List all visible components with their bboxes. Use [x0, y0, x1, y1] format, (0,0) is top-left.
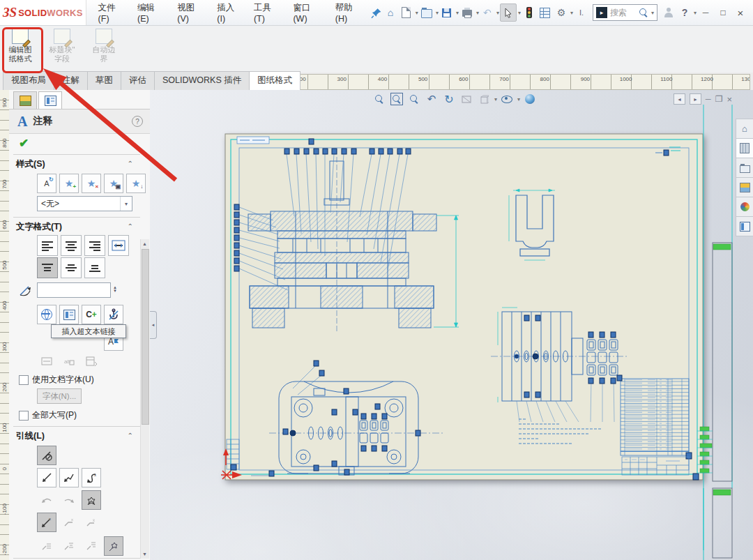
home-icon[interactable]: ⌂: [383, 4, 398, 21]
open-folder-icon[interactable]: [419, 4, 434, 21]
open-dropdown-icon[interactable]: ▾: [436, 10, 439, 16]
command-tab[interactable]: 视图布局: [3, 71, 54, 90]
bom-table[interactable]: [617, 375, 692, 459]
ribbon-button[interactable]: 标题块" 字段: [43, 27, 81, 63]
new-dropdown-icon[interactable]: ▾: [416, 10, 418, 16]
close-button[interactable]: ×: [732, 7, 749, 19]
leader-star-icon[interactable]: [104, 536, 123, 556]
undo-dropdown-icon[interactable]: ▾: [496, 10, 499, 16]
magnifier-icon[interactable]: [639, 8, 648, 17]
multi-jog-leader-icon[interactable]: [82, 490, 101, 510]
leader-nearest-icon[interactable]: x̄: [82, 513, 101, 532]
rebuild-traffic-light-icon[interactable]: [522, 4, 537, 21]
border-format-icon[interactable]: [37, 352, 56, 370]
scroll-up-icon[interactable]: ▲: [141, 239, 149, 248]
style-dropdown[interactable]: <无> ▾: [37, 196, 132, 211]
all-caps-row[interactable]: 全部大写(P): [19, 409, 77, 421]
side-format-tables[interactable]: [697, 90, 736, 560]
straight-leader-icon[interactable]: [37, 468, 56, 487]
menu-item[interactable]: 帮助(H): [329, 0, 370, 27]
pin-menubar-icon[interactable]: [371, 6, 383, 19]
linked-note-highlights[interactable]: [700, 427, 712, 473]
panel-scrollbar[interactable]: ▲ ▼: [140, 239, 149, 559]
style-save-icon[interactable]: ★▣: [104, 174, 123, 193]
abc-format-icon[interactable]: ab: [59, 352, 79, 370]
sheet-corner-handle[interactable]: [231, 464, 236, 470]
save-dropdown-icon[interactable]: ▾: [456, 10, 459, 16]
panel-help-icon[interactable]: ?: [132, 116, 143, 127]
command-tab[interactable]: 评估: [121, 71, 155, 90]
menu-item[interactable]: 窗口(W): [287, 0, 328, 27]
table-format-icon[interactable]: [82, 352, 101, 370]
insert-hyperlink-icon[interactable]: [37, 305, 56, 324]
dimension-icon[interactable]: I.: [574, 4, 589, 21]
leader-text-left-icon[interactable]: [37, 536, 56, 556]
drawing-sheet[interactable]: [209, 129, 739, 486]
use-document-font-row[interactable]: 使用文档字体(U): [19, 374, 94, 386]
align-justify-icon[interactable]: [108, 235, 129, 256]
select-dropdown-icon[interactable]: ▾: [518, 10, 521, 16]
zoom-inout-icon[interactable]: [406, 92, 422, 106]
save-icon[interactable]: [439, 4, 455, 21]
bent-leader-icon[interactable]: [59, 468, 79, 487]
search-input[interactable]: 搜索: [610, 7, 637, 19]
valign-middle-icon[interactable]: [61, 257, 82, 278]
menu-item[interactable]: 编辑(E): [131, 0, 171, 27]
menu-item[interactable]: 文件(F): [92, 0, 131, 27]
undo-icon[interactable]: ↶: [480, 4, 495, 21]
search-dropdown-icon[interactable]: ▾: [651, 10, 654, 16]
spline-leader-icon[interactable]: x: [82, 468, 101, 487]
align-center-icon[interactable]: [61, 235, 82, 256]
leader-collapse-icon[interactable]: ⌃: [128, 432, 133, 439]
use-document-font-checkbox[interactable]: [19, 375, 29, 385]
angle-input[interactable]: [37, 282, 111, 298]
search-box[interactable]: ▸ 搜索 ▾: [593, 4, 657, 21]
scroll-down-icon[interactable]: ▼: [141, 550, 149, 559]
tab-feature-manager[interactable]: [13, 91, 37, 109]
appearance-sphere-icon[interactable]: [522, 92, 538, 106]
leader-left-icon[interactable]: x: [37, 513, 56, 532]
style-delete-icon[interactable]: ★×: [82, 174, 101, 193]
redraw-icon[interactable]: ↻: [441, 92, 457, 106]
lock-anchor-icon[interactable]: [104, 305, 123, 324]
command-tab[interactable]: 草图: [87, 71, 121, 90]
valign-bottom-icon[interactable]: [84, 257, 105, 278]
appearances-icon[interactable]: [736, 197, 753, 217]
confirm-check-button[interactable]: ✔: [19, 136, 29, 151]
file-explorer-icon[interactable]: [736, 158, 753, 178]
bom-grid-icon[interactable]: [538, 4, 553, 21]
graphics-area[interactable]: ◂ ↶ ↻ ▾ ▾ ◄ ► ─ ❐ ×: [150, 90, 753, 560]
panel-collapse-tab[interactable]: ◂: [150, 311, 157, 339]
prev-document-icon[interactable]: ◄: [674, 93, 685, 105]
ribbon-button[interactable]: 自动边 界: [85, 27, 123, 63]
display-style-dropdown-icon[interactable]: ▾: [494, 96, 497, 103]
section-view-icon[interactable]: [459, 92, 474, 106]
print-dropdown-icon[interactable]: ▾: [476, 10, 479, 16]
view-pal ette-icon[interactable]: [736, 177, 753, 197]
minimize-button[interactable]: ─: [697, 8, 714, 17]
zoom-area-icon[interactable]: [389, 92, 404, 106]
font-button[interactable]: 字体(N)...: [37, 388, 82, 404]
options-dropdown-icon[interactable]: ▾: [570, 10, 573, 16]
zoom-fit-icon[interactable]: [372, 92, 387, 106]
maximize-button[interactable]: □: [715, 8, 731, 17]
align-right-icon[interactable]: [84, 235, 105, 256]
linked-note-highlight[interactable]: [713, 244, 731, 250]
command-tab[interactable]: 注解: [54, 71, 88, 90]
link-property-icon[interactable]: [59, 305, 79, 324]
hide-show-items-icon[interactable]: [499, 92, 515, 106]
login-person-icon[interactable]: [661, 4, 676, 21]
angle-spinner[interactable]: ▲▼: [111, 282, 119, 297]
all-caps-checkbox[interactable]: [19, 411, 29, 421]
previous-view-icon[interactable]: ↶: [424, 92, 439, 106]
menu-item[interactable]: 工具(T): [248, 0, 287, 27]
print-icon[interactable]: [459, 4, 475, 21]
text-format-collapse-icon[interactable]: ⌃: [128, 222, 133, 230]
menu-item[interactable]: 视图(V): [171, 0, 211, 27]
valign-top-icon[interactable]: [37, 257, 58, 278]
hide-show-dropdown-icon[interactable]: ▾: [517, 96, 520, 103]
arc-right-leader-icon[interactable]: [59, 490, 79, 510]
style-add-icon[interactable]: ★+: [59, 174, 79, 193]
command-tab[interactable]: SOLIDWORKS 插件: [154, 71, 250, 90]
style-collapse-icon[interactable]: ⌃: [128, 160, 133, 167]
